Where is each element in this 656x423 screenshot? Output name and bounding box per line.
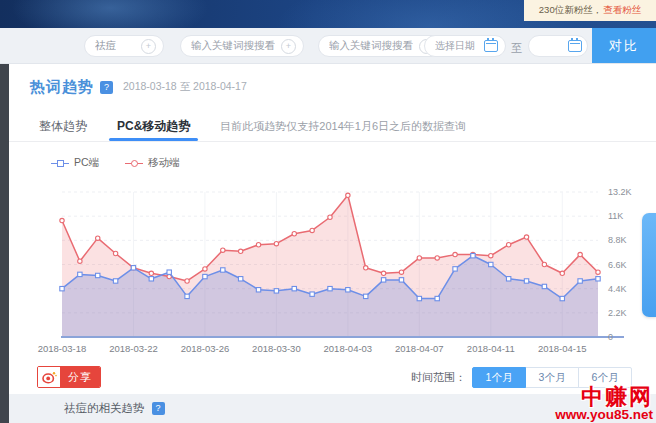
fans-notification: 230位新粉丝，查看粉丝	[524, 0, 656, 21]
svg-text:4.4K: 4.4K	[608, 284, 627, 294]
help-icon[interactable]: ?	[100, 81, 113, 94]
section-title: 热词趋势	[30, 78, 94, 97]
watermark-site-name: 中赚网	[555, 386, 653, 408]
trend-card: 热词趋势 ? 2018-03-18 至 2018-04-17 整体趋势 PC&移…	[9, 64, 656, 394]
legend-mobile-label: 移动端	[148, 156, 180, 170]
calendar-icon[interactable]	[484, 40, 498, 52]
card-header: 热词趋势 ? 2018-03-18 至 2018-04-17	[30, 78, 247, 96]
svg-text:2018-03-18: 2018-03-18	[38, 343, 87, 354]
watermark: 中赚网 www.you85.net	[555, 386, 653, 422]
svg-text:2018-03-30: 2018-03-30	[252, 343, 301, 354]
date-range-text: 2018-03-18 至 2018-04-17	[123, 80, 247, 94]
range-button-1month[interactable]: 1个月	[472, 367, 526, 388]
svg-text:2018-03-26: 2018-03-26	[181, 343, 230, 354]
view-fans-link[interactable]: 查看粉丝	[603, 4, 641, 17]
svg-text:8.8K: 8.8K	[608, 235, 627, 245]
svg-text:2018-04-11: 2018-04-11	[467, 343, 515, 354]
tab-pc-mobile-trend[interactable]: PC&移动趋势	[117, 112, 190, 141]
svg-text:11K: 11K	[608, 211, 623, 221]
search-toolbar: 祛痘 + 输入关键词搜搜看 + 输入关键词搜搜看 + 选择日期 至 对比	[0, 28, 656, 64]
legend-item-pc[interactable]: PC端	[51, 156, 99, 170]
date-start-placeholder: 选择日期	[435, 39, 475, 53]
watermark-site-url: www.you85.net	[555, 408, 653, 422]
share-label: 分享	[60, 367, 100, 387]
svg-text:6.6K: 6.6K	[608, 260, 627, 270]
trend-line-chart: 02.2K4.4K6.6K8.8K11K13.2K2018-03-182018-…	[9, 182, 656, 357]
legend-item-mobile[interactable]: 移动端	[125, 156, 180, 170]
add-compare-icon[interactable]: +	[281, 39, 296, 54]
pc-series-marker-icon	[51, 163, 69, 164]
feedback-float-button[interactable]	[642, 213, 656, 317]
legend-pc-label: PC端	[74, 156, 99, 170]
date-end-input[interactable]	[528, 35, 588, 57]
date-range-to-label: 至	[511, 41, 522, 56]
svg-text:2018-04-03: 2018-04-03	[324, 343, 373, 354]
date-start-input[interactable]: 选择日期	[424, 35, 506, 57]
tab-overall-trend[interactable]: 整体趋势	[39, 112, 87, 141]
fans-notification-text: 230位新粉丝，	[539, 4, 602, 17]
keyword-trend-page: 230位新粉丝，查看粉丝 祛痘 + 输入关键词搜搜看 + 输入关键词搜搜看 + …	[0, 0, 656, 423]
svg-text:0: 0	[608, 332, 613, 342]
keyword-value: 祛痘	[95, 39, 116, 53]
help-icon[interactable]: ?	[152, 402, 165, 415]
svg-text:13.2K: 13.2K	[608, 187, 632, 197]
svg-text:2018-04-07: 2018-04-07	[395, 343, 444, 354]
trend-support-note: 目前此项趋势仅支持2014年1月6日之后的数据查询	[220, 119, 466, 134]
tabs-divider	[9, 141, 656, 142]
compare-input-1[interactable]: 输入关键词搜搜看 +	[180, 35, 304, 57]
compare-input-2-placeholder: 输入关键词搜搜看	[329, 39, 413, 53]
related-trends-title: 祛痘的相关趋势	[64, 401, 145, 416]
weibo-icon	[38, 367, 60, 387]
svg-text:2018-04-15: 2018-04-15	[538, 343, 587, 354]
trend-tabs: 整体趋势 PC&移动趋势 目前此项趋势仅支持2014年1月6日之后的数据查询	[39, 112, 466, 141]
chart-legend: PC端 移动端	[51, 156, 206, 170]
weibo-share-button[interactable]: 分享	[37, 366, 101, 388]
mobile-series-marker-icon	[125, 163, 143, 164]
compare-button[interactable]: 对比	[592, 28, 656, 63]
calendar-icon[interactable]	[568, 40, 582, 52]
keyword-input[interactable]: 祛痘 +	[84, 35, 164, 57]
svg-text:2.2K: 2.2K	[608, 308, 627, 318]
collapsed-sidebar	[0, 64, 9, 423]
time-range-label: 时间范围：	[411, 370, 466, 385]
add-compare-icon[interactable]: +	[141, 39, 156, 54]
top-banner: 230位新粉丝，查看粉丝	[0, 0, 656, 28]
svg-text:2018-03-22: 2018-03-22	[109, 343, 158, 354]
compare-input-1-placeholder: 输入关键词搜搜看	[191, 39, 275, 53]
